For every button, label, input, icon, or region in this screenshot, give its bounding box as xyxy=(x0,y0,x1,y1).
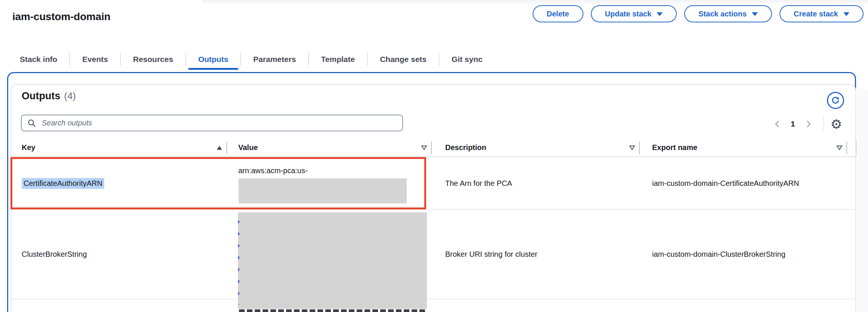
caret-down-icon xyxy=(657,12,663,16)
gear-icon: ⚙ xyxy=(831,117,842,131)
tab-label: Parameters xyxy=(253,55,296,64)
refresh-icon xyxy=(831,96,840,105)
column-header-description[interactable]: Description xyxy=(432,139,640,156)
column-header-export-name[interactable]: Export name xyxy=(640,139,847,156)
column-header-key[interactable]: Key xyxy=(11,139,227,156)
delete-button[interactable]: Delete xyxy=(533,5,583,22)
tab-parameters[interactable]: Parameters xyxy=(241,49,308,70)
tab-label: Outputs xyxy=(198,55,228,64)
stack-action-buttons: Delete Update stack Stack actions Create… xyxy=(533,5,864,22)
cell-description: The Arn for the PCA xyxy=(432,157,640,209)
outputs-count-badge: (4) xyxy=(64,90,76,102)
cell-spacer xyxy=(847,157,856,209)
search-icon xyxy=(27,119,36,128)
cell-key: CertificateAuthorityARN xyxy=(11,157,227,209)
column-header-spacer xyxy=(847,139,856,156)
top-sheen xyxy=(202,0,868,6)
column-label: Export name xyxy=(652,143,697,152)
sortable-icon xyxy=(421,145,427,150)
create-stack-button[interactable]: Create stack xyxy=(779,5,864,22)
cell-description: Broker URI string for cluster xyxy=(432,210,640,299)
cell-export-name: iam-custom-domain-CertificateAuthorityAR… xyxy=(640,157,847,209)
pager-divider xyxy=(824,116,824,132)
stack-actions-button-label: Stack actions xyxy=(698,10,747,18)
sort-ascending-icon xyxy=(216,145,223,150)
caret-down-icon xyxy=(752,12,758,16)
tab-label: Resources xyxy=(133,55,173,64)
sortable-icon xyxy=(629,145,635,150)
table-row[interactable]: ClusterBrokerString Broker URI string fo… xyxy=(11,210,856,299)
preferences-button[interactable]: ⚙ xyxy=(831,118,842,131)
tab-label: Stack info xyxy=(20,55,57,64)
next-page-button[interactable] xyxy=(802,119,815,128)
cell-spacer xyxy=(847,210,856,299)
page-right-gutter xyxy=(858,89,868,312)
pagination-and-settings: 1 ⚙ xyxy=(771,116,842,132)
create-stack-button-label: Create stack xyxy=(794,10,838,18)
update-stack-button[interactable]: Update stack xyxy=(591,5,677,22)
refresh-button[interactable] xyxy=(827,92,844,109)
cloudformation-stack-page: iam-custom-domain Delete Update stack St… xyxy=(0,0,868,312)
chevron-left-icon xyxy=(774,119,780,128)
caret-down-icon xyxy=(843,12,849,16)
export-name-text: iam-custom-domain-CertificateAuthorityAR… xyxy=(652,179,799,188)
tab-stack-info[interactable]: Stack info xyxy=(7,49,69,70)
page-title: iam-custom-domain xyxy=(12,11,111,23)
search-outputs xyxy=(21,115,403,131)
table-row[interactable]: CertificateAuthorityARN arn:aws:acm-pca:… xyxy=(11,157,856,210)
previous-page-button[interactable] xyxy=(771,119,784,128)
chevron-right-icon xyxy=(806,119,812,128)
tab-label: Template xyxy=(321,55,355,64)
tab-outputs[interactable]: Outputs xyxy=(186,49,241,70)
tab-label: Change sets xyxy=(380,55,427,64)
outputs-heading: Outputs xyxy=(22,90,60,102)
sortable-icon xyxy=(836,145,843,150)
description-text: The Arn for the PCA xyxy=(445,179,512,188)
key-text: ClusterBrokerString xyxy=(22,250,87,259)
tab-git-sync[interactable]: Git sync xyxy=(439,49,495,70)
tab-change-sets[interactable]: Change sets xyxy=(368,49,439,70)
outputs-panel: Outputs (4) 1 xyxy=(11,84,856,312)
tab-label: Events xyxy=(82,55,108,64)
redacted-text-edge-marks xyxy=(238,221,239,305)
update-stack-button-label: Update stack xyxy=(605,10,652,18)
column-label: Value xyxy=(238,143,258,152)
redaction-box xyxy=(239,178,407,203)
cell-export-name: iam-custom-domain-ClusterBrokerString xyxy=(640,210,847,299)
column-label: Key xyxy=(22,143,35,152)
redacted-text-remnant xyxy=(239,309,426,312)
redaction-box xyxy=(238,212,427,309)
tab-events[interactable]: Events xyxy=(70,49,120,70)
cell-key: ClusterBrokerString xyxy=(11,210,227,299)
tab-label: Git sync xyxy=(452,55,483,64)
outputs-table-header: Key Value Description Export name xyxy=(11,139,856,157)
delete-button-label: Delete xyxy=(547,10,569,18)
column-label: Description xyxy=(445,143,486,152)
current-page-number: 1 xyxy=(784,119,802,128)
outputs-panel-header: Outputs (4) xyxy=(22,90,76,102)
description-text: Broker URI string for cluster xyxy=(445,250,537,259)
export-name-text: iam-custom-domain-ClusterBrokerString xyxy=(652,250,785,259)
stack-actions-button[interactable]: Stack actions xyxy=(684,5,772,22)
value-visible-text: arn:aws:acm-pca:us- xyxy=(238,166,308,175)
column-header-value[interactable]: Value xyxy=(227,139,432,156)
search-input[interactable] xyxy=(21,115,403,131)
selected-text: CertificateAuthorityARN xyxy=(22,178,104,189)
stack-detail-tabs: Stack info Events Resources Outputs Para… xyxy=(7,49,495,70)
tab-template[interactable]: Template xyxy=(309,49,368,70)
tab-resources[interactable]: Resources xyxy=(121,49,185,70)
